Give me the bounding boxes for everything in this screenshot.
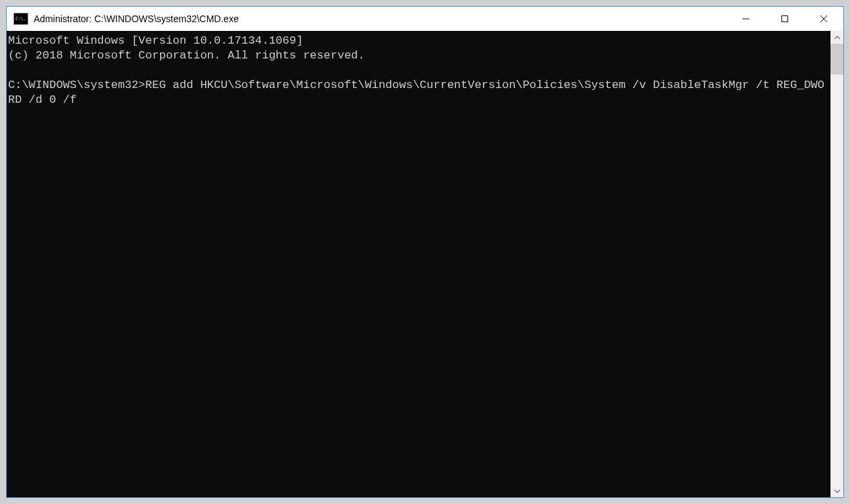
maximize-icon (781, 15, 789, 23)
cmd-window: C:\. Administrator: C:\WINDOWS\system32\… (6, 6, 844, 498)
scroll-up-button[interactable] (830, 31, 843, 44)
vertical-scrollbar[interactable] (830, 31, 843, 497)
scroll-track[interactable] (830, 44, 843, 485)
scroll-down-button[interactable] (830, 485, 843, 497)
minimize-icon (742, 15, 750, 23)
close-button[interactable] (804, 7, 843, 31)
titlebar[interactable]: C:\. Administrator: C:\WINDOWS\system32\… (7, 7, 843, 31)
terminal-prompt: C:\WINDOWS\system32> (8, 79, 145, 91)
chevron-up-icon (835, 35, 840, 40)
terminal-line-version: Microsoft Windows [Version 10.0.17134.10… (8, 34, 303, 47)
cmd-icon-text: C:\. (15, 17, 26, 22)
cmd-icon: C:\. (13, 13, 28, 25)
terminal-container: Microsoft Windows [Version 10.0.17134.10… (7, 31, 843, 497)
svg-rect-1 (782, 16, 788, 22)
chevron-down-icon (835, 489, 840, 494)
scroll-thumb[interactable] (830, 44, 843, 75)
minimize-button[interactable] (726, 7, 765, 31)
terminal-line-copyright: (c) 2018 Microsoft Corporation. All righ… (8, 49, 365, 62)
terminal[interactable]: Microsoft Windows [Version 10.0.17134.10… (7, 31, 830, 497)
window-controls (726, 7, 843, 31)
window-title: Administrator: C:\WINDOWS\system32\CMD.e… (34, 13, 239, 24)
titlebar-left: C:\. Administrator: C:\WINDOWS\system32\… (7, 7, 726, 31)
maximize-button[interactable] (765, 7, 804, 31)
close-icon (820, 15, 828, 23)
